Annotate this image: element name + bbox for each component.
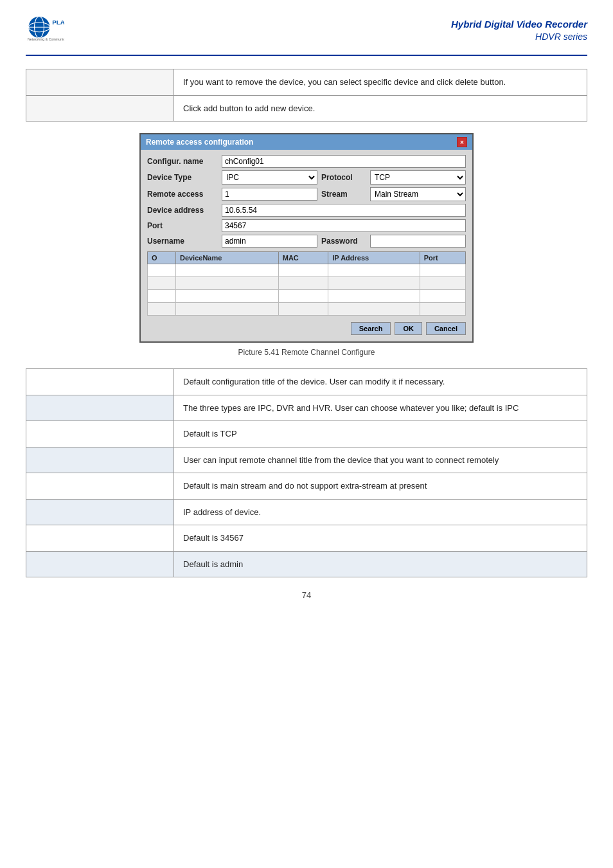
table-row bbox=[148, 290, 466, 303]
svg-text:Networking & Communication: Networking & Communication bbox=[28, 37, 64, 41]
svg-text:PLANET: PLANET bbox=[52, 19, 64, 26]
right-desc: The three types are IPC, DVR and HVR. Us… bbox=[174, 395, 587, 421]
table-row bbox=[148, 303, 466, 316]
right-desc: User can input remote channel title from… bbox=[174, 447, 587, 473]
left-desc bbox=[26, 369, 174, 395]
left-desc bbox=[26, 473, 174, 500]
right-cell: If you want to remove the device, you ca… bbox=[174, 69, 587, 96]
right-cell: Click add button to add new device. bbox=[174, 95, 587, 122]
username-input[interactable] bbox=[222, 235, 317, 248]
col-header-o: O bbox=[148, 252, 176, 264]
left-cell bbox=[26, 95, 174, 122]
desc-table: Default configuration title of the devic… bbox=[26, 368, 587, 577]
remote-access-dialog: Remote access configuration × Configur. … bbox=[139, 133, 474, 343]
table-row: Default is TCP bbox=[26, 421, 587, 448]
dialog-fields: Configur. name Device Type IPC DVR HVR P… bbox=[147, 155, 466, 248]
col-header-devicename: DeviceName bbox=[175, 252, 278, 264]
port-label: Port bbox=[147, 221, 218, 230]
top-info-table: If you want to remove the device, you ca… bbox=[26, 69, 587, 122]
right-desc: Default is 34567 bbox=[174, 525, 587, 552]
table-row bbox=[148, 264, 466, 277]
dialog-body: Configur. name Device Type IPC DVR HVR P… bbox=[141, 150, 472, 341]
password-input[interactable] bbox=[370, 235, 466, 248]
table-row: Default is admin bbox=[26, 551, 587, 577]
protocol-label: Protocol bbox=[321, 173, 366, 182]
planet-logo: PLANET Networking & Communication bbox=[26, 13, 64, 48]
col-header-mac: MAC bbox=[278, 252, 328, 264]
remote-access-label: Remote access bbox=[147, 190, 218, 199]
left-desc bbox=[26, 395, 174, 421]
right-desc: Default is admin bbox=[174, 551, 587, 577]
right-desc: Default is TCP bbox=[174, 421, 587, 448]
right-desc: IP address of device. bbox=[174, 499, 587, 525]
device-address-label: Device address bbox=[147, 206, 218, 215]
device-list-table: O DeviceName MAC IP Address Port bbox=[147, 251, 466, 316]
protocol-select[interactable]: TCP UDP bbox=[370, 170, 466, 185]
table-row: IP address of device. bbox=[26, 499, 587, 525]
left-cell bbox=[26, 69, 174, 96]
remote-access-input[interactable] bbox=[222, 188, 317, 201]
device-type-label: Device Type bbox=[147, 173, 218, 182]
table-row: The three types are IPC, DVR and HVR. Us… bbox=[26, 395, 587, 421]
table-row: Default configuration title of the devic… bbox=[26, 369, 587, 395]
table-row: Default is 34567 bbox=[26, 525, 587, 552]
table-row bbox=[148, 277, 466, 290]
table-row: If you want to remove the device, you ca… bbox=[26, 69, 587, 96]
dialog-title: Remote access configuration bbox=[146, 138, 253, 147]
left-desc bbox=[26, 421, 174, 448]
left-desc bbox=[26, 499, 174, 525]
page-number: 74 bbox=[26, 590, 587, 600]
dialog-titlebar: Remote access configuration × bbox=[141, 134, 472, 150]
table-row: Click add button to add new device. bbox=[26, 95, 587, 122]
left-desc bbox=[26, 447, 174, 473]
device-type-select[interactable]: IPC DVR HVR bbox=[222, 170, 317, 185]
username-label: Username bbox=[147, 237, 218, 246]
right-desc: Default is main stream and do not suppor… bbox=[174, 473, 587, 500]
port-input[interactable] bbox=[222, 219, 466, 232]
search-button[interactable]: Search bbox=[351, 322, 391, 335]
header-title: Hybrid Digital Video Recorder HDVR serie… bbox=[451, 17, 587, 44]
configur-name-input[interactable] bbox=[222, 155, 466, 168]
stream-label: Stream bbox=[321, 190, 366, 199]
col-header-port: Port bbox=[420, 252, 465, 264]
col-header-ipaddress: IP Address bbox=[328, 252, 420, 264]
dialog-buttons: Search OK Cancel bbox=[147, 320, 466, 336]
stream-select[interactable]: Main Stream Sub Stream bbox=[370, 187, 466, 201]
dialog-close-button[interactable]: × bbox=[457, 137, 467, 147]
logo-area: PLANET Networking & Communication bbox=[26, 13, 64, 48]
left-desc bbox=[26, 551, 174, 577]
table-row: Default is main stream and do not suppor… bbox=[26, 473, 587, 500]
page-header: PLANET Networking & Communication Hybrid… bbox=[26, 13, 587, 56]
cancel-button[interactable]: Cancel bbox=[426, 322, 466, 335]
right-desc: Default configuration title of the devic… bbox=[174, 369, 587, 395]
ok-button[interactable]: OK bbox=[395, 322, 422, 335]
device-address-input[interactable] bbox=[222, 204, 466, 217]
configur-name-label: Configur. name bbox=[147, 157, 218, 166]
dialog-caption: Picture 5.41 Remote Channel Configure bbox=[26, 348, 587, 357]
dialog-wrapper: Remote access configuration × Configur. … bbox=[26, 133, 587, 343]
password-label: Password bbox=[321, 237, 366, 246]
table-row: User can input remote channel title from… bbox=[26, 447, 587, 473]
left-desc bbox=[26, 525, 174, 552]
